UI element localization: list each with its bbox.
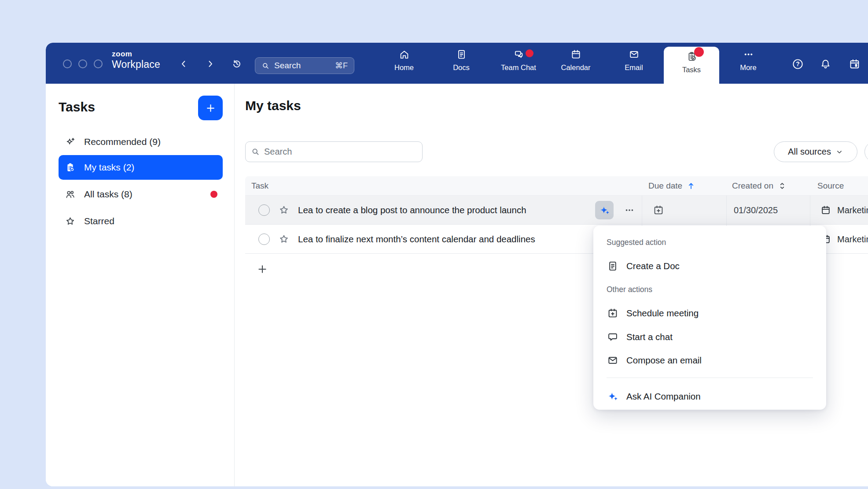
sidebar-item-starred[interactable]: Starred bbox=[59, 209, 223, 233]
nav-item-more[interactable]: More bbox=[722, 48, 775, 72]
source-cell: Marketing bbox=[820, 225, 868, 254]
ai-companion-icon bbox=[599, 204, 611, 216]
menu-item-create-a-doc[interactable]: Create a Doc bbox=[593, 254, 826, 278]
star-icon bbox=[278, 233, 290, 245]
nav-label: Home bbox=[394, 63, 414, 72]
team-chat-notification-badge bbox=[526, 49, 533, 57]
nav-item-team-chat[interactable]: Team Chat bbox=[492, 48, 545, 72]
help-button[interactable]: ? bbox=[790, 56, 805, 71]
star-icon bbox=[278, 204, 290, 216]
window-control-circle[interactable] bbox=[63, 59, 72, 68]
column-divider bbox=[726, 196, 727, 224]
nav-item-tasks[interactable]: Tasks bbox=[665, 51, 718, 74]
column-divider bbox=[810, 196, 810, 224]
sort-icon bbox=[777, 181, 787, 191]
add-task-button[interactable] bbox=[255, 262, 270, 277]
clipped-filter-dropdown[interactable] bbox=[864, 141, 868, 162]
zoom-workplace-logo: zoom Workplace bbox=[112, 50, 160, 70]
menu-item-schedule-meeting[interactable]: Schedule meeting bbox=[593, 301, 826, 325]
menu-item-start-a-chat[interactable]: Start a chat bbox=[593, 325, 826, 349]
notifications-button[interactable] bbox=[818, 56, 833, 71]
global-search-label: Search bbox=[274, 61, 301, 70]
history-icon bbox=[232, 59, 242, 69]
svg-text:?: ? bbox=[796, 60, 799, 67]
menu-item-label: Ask AI Companion bbox=[626, 391, 701, 402]
history-button[interactable] bbox=[230, 57, 243, 70]
plus-icon bbox=[256, 263, 268, 275]
menu-section-label: Suggested action bbox=[607, 234, 666, 250]
sidebar-item-all-tasks[interactable]: All tasks (8) bbox=[59, 182, 223, 207]
envelope-icon bbox=[607, 354, 619, 367]
back-button[interactable] bbox=[177, 57, 190, 70]
nav-item-home[interactable]: Home bbox=[378, 48, 430, 72]
star-task-button[interactable] bbox=[278, 204, 290, 216]
nav-item-calendar[interactable]: Calendar bbox=[549, 48, 602, 72]
task-title: Lea to create a blog post to announce th… bbox=[298, 196, 526, 225]
global-search[interactable]: Search ⌘F bbox=[255, 57, 354, 74]
menu-item-label: Compose an email bbox=[626, 355, 702, 366]
sidebar-item-recommended[interactable]: Recommended (9) bbox=[59, 130, 223, 154]
nav-item-docs[interactable]: Docs bbox=[435, 48, 488, 72]
schedule-button[interactable] bbox=[847, 56, 862, 71]
column-header-due-date[interactable]: Due date bbox=[648, 176, 696, 196]
task-complete-checkbox[interactable] bbox=[258, 233, 270, 245]
column-divider bbox=[642, 196, 642, 224]
task-actions-menu: Suggested action Create a Doc Other acti… bbox=[593, 226, 826, 410]
schedule-calendar-icon bbox=[848, 58, 861, 70]
titlebar: zoom Workplace Search ⌘F Home Docs bbox=[46, 43, 868, 84]
nav-tab-tasks-selected[interactable]: Tasks bbox=[664, 47, 719, 84]
nav-label: Docs bbox=[453, 63, 470, 72]
star-task-button[interactable] bbox=[278, 233, 290, 245]
task-search-input[interactable] bbox=[264, 147, 417, 157]
add-due-date-button[interactable] bbox=[652, 204, 665, 216]
sidebar-item-label: Recommended (9) bbox=[84, 137, 161, 147]
tasks-notification-badge bbox=[694, 47, 704, 57]
back-chevron-icon bbox=[178, 59, 189, 69]
people-icon bbox=[64, 189, 76, 200]
all-tasks-notification-badge bbox=[210, 191, 217, 198]
sidebar: Tasks Recommended (9) My tasks (2) bbox=[46, 84, 235, 486]
home-icon bbox=[398, 48, 410, 60]
menu-divider bbox=[607, 378, 813, 378]
menu-item-compose-an-email[interactable]: Compose an email bbox=[593, 348, 826, 372]
source-filter-dropdown[interactable]: All sources bbox=[774, 141, 857, 162]
help-icon: ? bbox=[791, 58, 804, 70]
window-control-circle[interactable] bbox=[94, 59, 103, 68]
nav-label: Calendar bbox=[561, 63, 591, 72]
logo-workplace-text: Workplace bbox=[112, 59, 160, 70]
ai-companion-actions-button[interactable] bbox=[595, 201, 614, 219]
row-more-actions-button[interactable] bbox=[620, 205, 639, 215]
window-control-circle[interactable] bbox=[78, 59, 87, 68]
table-header: Task Due date Created on Source bbox=[245, 176, 868, 196]
docs-icon bbox=[456, 48, 467, 60]
column-header-created-on[interactable]: Created on bbox=[732, 176, 787, 196]
add-task-list-button[interactable] bbox=[198, 96, 223, 120]
task-row[interactable]: Lea to create a blog post to announce th… bbox=[245, 196, 868, 225]
search-shortcut: ⌘F bbox=[335, 61, 348, 70]
sort-ascending-icon bbox=[686, 181, 696, 191]
menu-item-label: Start a chat bbox=[626, 332, 673, 342]
app-window: zoom Workplace Search ⌘F Home Docs bbox=[46, 43, 868, 486]
nav-item-email[interactable]: Email bbox=[607, 48, 660, 72]
page-title: My tasks bbox=[245, 98, 301, 113]
task-search[interactable] bbox=[245, 141, 423, 162]
sidebar-item-my-tasks[interactable]: My tasks (2) bbox=[59, 155, 223, 180]
source-label: Marketing bbox=[837, 234, 868, 244]
ellipsis-icon bbox=[623, 204, 636, 216]
forward-button[interactable] bbox=[204, 57, 217, 70]
menu-item-label: Schedule meeting bbox=[626, 308, 699, 319]
menu-item-label: Create a Doc bbox=[626, 261, 680, 271]
sidebar-item-label: My tasks (2) bbox=[84, 162, 134, 173]
bell-icon bbox=[819, 58, 832, 70]
menu-item-ask-ai-companion[interactable]: Ask AI Companion bbox=[593, 385, 826, 408]
sidebar-title: Tasks bbox=[59, 100, 95, 115]
doc-icon bbox=[607, 260, 619, 272]
more-icon bbox=[743, 48, 754, 60]
nav-label: Tasks bbox=[682, 66, 701, 74]
task-complete-checkbox[interactable] bbox=[258, 204, 270, 216]
chevron-down-icon bbox=[835, 148, 843, 156]
star-icon bbox=[64, 215, 76, 227]
source-label: Marketing bbox=[837, 205, 868, 215]
column-header-task: Task bbox=[251, 176, 268, 196]
menu-section-label: Other actions bbox=[607, 282, 652, 297]
